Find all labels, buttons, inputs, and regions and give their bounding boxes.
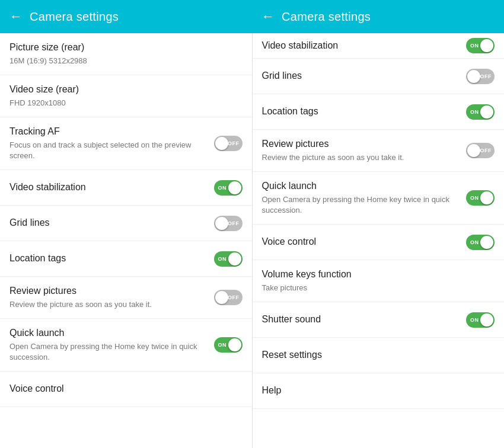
review-pictures-toggle-right[interactable]: OFF	[466, 143, 495, 158]
setting-sublabel: Focus on and track a subject selected on…	[9, 140, 207, 161]
toggle-on-label: ON	[218, 342, 227, 348]
setting-label: Shutter sound	[262, 313, 460, 326]
setting-label: Voice control	[9, 383, 235, 395]
setting-content: Grid lines	[262, 70, 467, 82]
list-item[interactable]: Review pictures Review the picture as so…	[253, 130, 505, 172]
toggle-knob	[480, 313, 493, 327]
setting-label: Video stabilization	[9, 181, 207, 194]
setting-content: Quick launch Open Camera by pressing the…	[262, 180, 467, 216]
left-header-title: Camera settings	[30, 10, 119, 24]
toggle-on-label: ON	[470, 109, 479, 115]
toggle-off-label: OFF	[480, 73, 492, 79]
setting-content: Shutter sound	[262, 313, 467, 326]
toggle-knob	[480, 191, 493, 204]
setting-content: Help	[262, 385, 495, 397]
list-item[interactable]: Quick launch Open Camera by pressing the…	[0, 319, 252, 372]
setting-label: Review pictures	[9, 285, 207, 297]
left-header-panel: ← Camera settings	[0, 0, 252, 33]
list-item[interactable]: Quick launch Open Camera by pressing the…	[253, 172, 505, 225]
toggle-knob	[467, 70, 480, 83]
setting-content: Voice control	[9, 383, 243, 395]
setting-content: Video stabilization	[9, 181, 214, 194]
setting-label: Picture size (rear)	[9, 41, 235, 54]
quick-launch-toggle-right[interactable]: ON	[466, 190, 495, 206]
grid-lines-toggle[interactable]: OFF	[214, 216, 243, 231]
voice-control-toggle-right[interactable]: ON	[466, 235, 495, 250]
toggle-off-label: OFF	[480, 148, 492, 153]
toggle-off-label: OFF	[228, 140, 240, 146]
shutter-sound-toggle[interactable]: ON	[466, 312, 495, 328]
toggle-knob	[480, 105, 493, 119]
location-tags-toggle[interactable]: ON	[214, 251, 243, 267]
setting-sublabel: Take pictures	[262, 283, 488, 293]
list-item[interactable]: Location tags ON	[0, 241, 252, 277]
right-header-panel: ← Camera settings	[252, 0, 504, 33]
list-item[interactable]: Grid lines OFF	[0, 206, 252, 241]
toggle-knob	[228, 181, 241, 194]
list-item[interactable]: Video stabilization ON	[0, 170, 252, 206]
toggle-on-label: ON	[470, 43, 479, 49]
toggle-knob	[467, 144, 480, 157]
setting-content: Location tags	[262, 105, 467, 118]
toggle-on-label: ON	[470, 195, 479, 201]
setting-content: Review pictures Review the picture as so…	[9, 285, 214, 310]
list-item[interactable]: Picture size (rear) 16M (16:9) 5312x2988	[0, 33, 252, 75]
setting-label: Grid lines	[262, 70, 460, 82]
setting-content: Reset settings	[262, 349, 495, 361]
setting-label: Voice control	[262, 236, 460, 248]
toggle-knob	[228, 338, 241, 351]
setting-label: Tracking AF	[9, 126, 207, 138]
right-back-button[interactable]: ←	[261, 9, 275, 24]
list-item[interactable]: Grid lines OFF	[253, 59, 505, 94]
left-back-button[interactable]: ←	[9, 9, 23, 24]
list-item[interactable]: Volume keys function Take pictures	[253, 260, 505, 302]
list-item[interactable]: Help	[253, 373, 505, 409]
setting-label: Location tags	[9, 252, 207, 265]
setting-sublabel: Review the picture as soon as you take i…	[9, 299, 207, 310]
quick-launch-toggle[interactable]: ON	[214, 337, 243, 353]
toggle-on-label: ON	[218, 256, 227, 262]
video-stabilization-toggle[interactable]: ON	[214, 180, 243, 196]
location-tags-toggle-right[interactable]: ON	[466, 104, 495, 120]
setting-label: Video stabilization	[262, 40, 339, 52]
setting-label: Review pictures	[262, 138, 460, 151]
setting-label: Video size (rear)	[9, 84, 235, 96]
list-item[interactable]: Tracking AF Focus on and track a subject…	[0, 117, 252, 170]
review-pictures-toggle[interactable]: OFF	[214, 290, 243, 305]
list-item[interactable]: Review pictures Review the picture as so…	[0, 277, 252, 319]
setting-label: Location tags	[262, 105, 460, 118]
list-item[interactable]: Shutter sound ON	[253, 302, 505, 338]
setting-content: Grid lines	[9, 217, 214, 229]
list-item[interactable]: Location tags ON	[253, 94, 505, 130]
setting-content: Picture size (rear) 16M (16:9) 5312x2988	[9, 41, 243, 66]
setting-content: Location tags	[9, 252, 214, 265]
setting-label: Quick launch	[9, 327, 207, 340]
grid-lines-toggle-right[interactable]: OFF	[466, 69, 495, 84]
setting-sublabel: FHD 1920x1080	[9, 98, 235, 108]
toggle-knob	[215, 217, 228, 230]
setting-label: Quick launch	[262, 180, 460, 193]
toggle-knob	[228, 252, 241, 265]
setting-sublabel: Review the picture as soon as you take i…	[262, 152, 460, 163]
toggle-knob	[215, 291, 228, 304]
list-item[interactable]: Reset settings	[253, 338, 505, 373]
list-item[interactable]: Video size (rear) FHD 1920x1080	[0, 75, 252, 117]
setting-content: Quick launch Open Camera by pressing the…	[9, 327, 214, 363]
setting-sublabel: Open Camera by pressing the Home key twi…	[262, 194, 460, 216]
panels-row: Picture size (rear) 16M (16:9) 5312x2988…	[0, 33, 504, 448]
toggle-off-label: OFF	[228, 295, 240, 300]
toggle-knob	[480, 39, 493, 52]
list-item[interactable]: Video stabilization ON	[253, 33, 505, 59]
list-item[interactable]: Voice control ON	[253, 225, 505, 260]
setting-label: Help	[262, 385, 488, 397]
list-item[interactable]: Voice control	[0, 372, 252, 407]
toggle-off-label: OFF	[228, 220, 240, 226]
setting-content: Tracking AF Focus on and track a subject…	[9, 126, 214, 161]
video-stabilization-toggle-right[interactable]: ON	[466, 38, 495, 53]
setting-label: Reset settings	[262, 349, 488, 361]
header-row: ← Camera settings ← Camera settings	[0, 0, 504, 33]
setting-sublabel: Open Camera by pressing the Home key twi…	[9, 341, 207, 363]
setting-content: Review pictures Review the picture as so…	[262, 138, 467, 163]
setting-sublabel: 16M (16:9) 5312x2988	[9, 56, 235, 66]
tracking-af-toggle[interactable]: OFF	[214, 136, 243, 151]
